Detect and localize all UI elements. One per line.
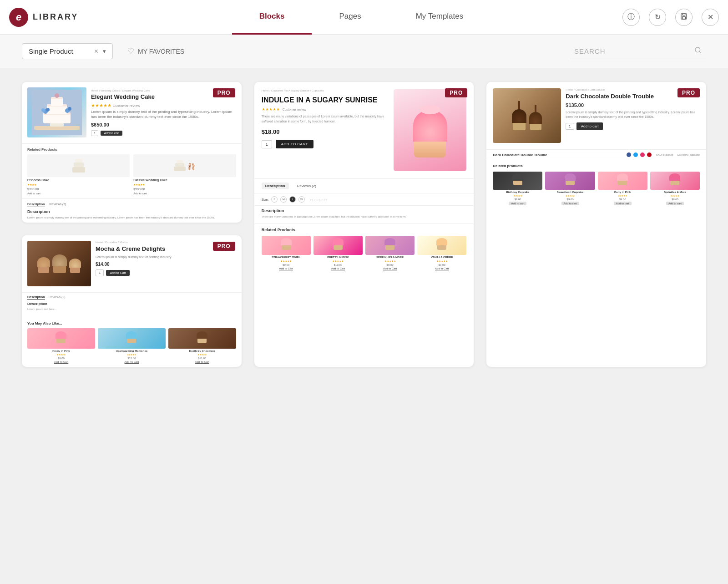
c3-rel-name-1: STRAWBERRY SWIRL — [272, 256, 300, 259]
card3-product-image — [394, 89, 466, 171]
related-item-btn-1[interactable]: Add to cart — [27, 192, 130, 195]
library-label: LIBRARY — [33, 12, 78, 22]
size-m[interactable]: M — [280, 196, 287, 203]
card1-desc-tab[interactable]: Description — [27, 202, 45, 207]
card2-desc-text: Lorem ipsum text here... — [27, 307, 236, 311]
card-wedding-cake[interactable]: PRO — [22, 82, 242, 223]
card4-social-icons — [627, 152, 652, 157]
may-item-name-1: Pretty in Pink — [52, 350, 70, 352]
card3-desc-tab[interactable]: Description — [262, 183, 289, 189]
refresh-button[interactable]: ↻ — [649, 9, 666, 26]
c3-rel-stars-4: ★★★★★ — [436, 259, 448, 263]
size-l[interactable]: L — [289, 196, 296, 203]
svg-point-12 — [55, 93, 59, 98]
social-icon-4[interactable] — [647, 152, 652, 157]
tab-my-templates[interactable]: My Templates — [389, 0, 491, 35]
social-icon-1[interactable] — [627, 152, 631, 157]
card3-add-cart-button[interactable]: ADD TO CART — [276, 140, 313, 148]
card3-hero: Home / Cupcakes / In A Sugary Sunrise / … — [254, 82, 474, 179]
c3-rel-btn-2[interactable]: Add to Cart — [331, 267, 345, 270]
c3-rel-btn-1[interactable]: Add to Cart — [279, 267, 293, 270]
card-sugary-sunrise[interactable]: PRO Home / Cupcakes / In A Sugary Sunris… — [254, 82, 474, 367]
card3-sizes-row: Size: S M L XL ▢ ▢ ▢ ▢ ▢ — [254, 193, 474, 205]
c4-rel-stars-3: ★★★★★ — [618, 194, 627, 197]
c4-rel-stars-1: ★★★★★ — [513, 194, 522, 197]
card2-hero: Home / Cupcakes / Mocha Mocha & Creme De… — [22, 235, 242, 292]
c4-rel-btn-2[interactable]: Add to cart — [561, 202, 579, 205]
c4-rel-btn-4[interactable]: Add to cart — [666, 202, 684, 205]
c3-rel-price-1: $9.00 — [283, 264, 289, 266]
c4-rel-price-2: $9.00 — [567, 198, 574, 201]
tab-blocks[interactable]: Blocks — [232, 0, 312, 35]
card1-quantity[interactable]: 1 — [91, 130, 98, 136]
c4-rel-item-3: Party in Pink ★★★★★ $9.00 Add to cart — [598, 172, 647, 205]
card2-quantity[interactable]: 1 — [96, 269, 104, 276]
c3-rel-name-3: SPRINKLES & MORE — [376, 256, 404, 259]
may-item-btn-3[interactable]: Add To Cart — [195, 361, 209, 363]
pro-badge-4: PRO — [677, 88, 700, 97]
may-item-btn-1[interactable]: Add To Cart — [54, 361, 69, 363]
size-s[interactable]: S — [271, 196, 278, 203]
card-mocha-creme[interactable]: PRO — [22, 235, 242, 367]
c4-rel-btn-1[interactable]: Add to cart — [509, 202, 526, 205]
wedding-cake-svg — [32, 90, 82, 135]
search-input[interactable] — [574, 47, 690, 55]
c4-rel-price-1: $9.00 — [514, 198, 521, 201]
card3-related-grid: STRAWBERRY SWIRL ★★★★★ $9.00 Add to Cart — [262, 236, 467, 270]
close-button[interactable]: ✕ — [702, 9, 719, 26]
may-item-stars-3: ★★★★★ — [197, 353, 207, 356]
c3-rel-btn-3[interactable]: Add to Cart — [383, 267, 397, 270]
mini-cake-1 — [72, 159, 85, 173]
c3-rel-price-4: $9.00 — [439, 264, 445, 266]
card-dark-chocolate[interactable]: PRO — [486, 82, 706, 367]
size-xl[interactable]: XL — [298, 196, 305, 203]
may-item-1: Pretty in Pink ★★★★★ $9.00 Add To Cart — [27, 328, 95, 363]
svg-point-15 — [41, 108, 45, 112]
related-item-2: 🩰 Classic Wedding Cake ★★★★★ $500.00 Add… — [133, 154, 236, 195]
card2-desc-tab[interactable]: Description — [27, 295, 45, 300]
c3-rel-stars-1: ★★★★★ — [280, 259, 292, 263]
card1-hero: Home / Wedding Cakes / Elegant Wedding C… — [22, 82, 242, 144]
template-grid: PRO — [22, 82, 706, 367]
card2-reviews-tab[interactable]: Reviews (2) — [49, 295, 66, 300]
card3-quantity[interactable]: 1 — [262, 140, 272, 148]
card4-quantity[interactable]: 1 — [566, 123, 574, 130]
card2-preview: Home / Cupcakes / Mocha Mocha & Creme De… — [22, 235, 242, 367]
related-item-1: Princess Cake ★★★★ $300.00 Add to cart — [27, 154, 130, 195]
c3-rel-img-4 — [417, 236, 466, 255]
related-item-name-1: Princess Cake — [27, 178, 130, 182]
card1-reviews-tab[interactable]: Reviews (2) — [50, 202, 66, 207]
social-icon-2[interactable] — [633, 152, 638, 157]
card2-add-cart-button[interactable]: Add to Cart — [106, 270, 129, 276]
c3-rel-btn-4[interactable]: Add to Cart — [435, 267, 449, 270]
c4-rel-img-4 — [650, 172, 700, 190]
c3-rel-item-2: PRETTY IN PINK ★★★★★ $10.00 Add to Cart — [313, 236, 363, 270]
favorites-button[interactable]: ♡ MY FAVORITES — [122, 43, 190, 60]
info-button[interactable]: ⓘ — [622, 9, 640, 26]
card4-preview: Home / Cupcakes / Dark Double Dark Choco… — [486, 82, 706, 211]
may-item-btn-2[interactable]: Add To Cart — [125, 361, 139, 363]
related-item-img-1 — [27, 154, 130, 177]
card1-related-grid: Princess Cake ★★★★ $300.00 Add to cart — [27, 154, 236, 195]
tab-pages[interactable]: Pages — [312, 0, 388, 35]
search-icon[interactable] — [694, 46, 702, 56]
save-button[interactable] — [675, 9, 693, 26]
card3-qty-row: 1 ADD TO CART — [262, 140, 389, 148]
related-item-btn-2[interactable]: Add to cart — [133, 192, 236, 195]
social-icon-3[interactable] — [640, 152, 645, 157]
card3-desc-body: There are many variations of passages of… — [262, 215, 467, 219]
svg-rect-4 — [34, 126, 80, 130]
pro-badge-3: PRO — [445, 88, 467, 97]
c3-rel-stars-2: ★★★★★ — [332, 259, 344, 263]
filter-clear-button[interactable]: × — [94, 48, 98, 55]
related-item-name-2: Classic Wedding Cake — [133, 178, 236, 182]
card1-add-cart-button[interactable]: Add to cart — [101, 131, 122, 136]
card4-add-cart-button[interactable]: Add to cart — [576, 122, 603, 130]
card3-reviews-tab[interactable]: Reviews (2) — [293, 183, 320, 189]
filter-label: Single Product — [29, 47, 90, 55]
toolbar: Single Product × ▾ ♡ MY FAVORITES — [0, 35, 728, 68]
c4-rel-btn-3[interactable]: Add to cart — [614, 202, 632, 205]
filter-dropdown[interactable]: Single Product × ▾ — [22, 43, 113, 59]
card4-category: Category: cupcake — [677, 153, 700, 156]
favorites-label: MY FAVORITES — [138, 48, 184, 55]
